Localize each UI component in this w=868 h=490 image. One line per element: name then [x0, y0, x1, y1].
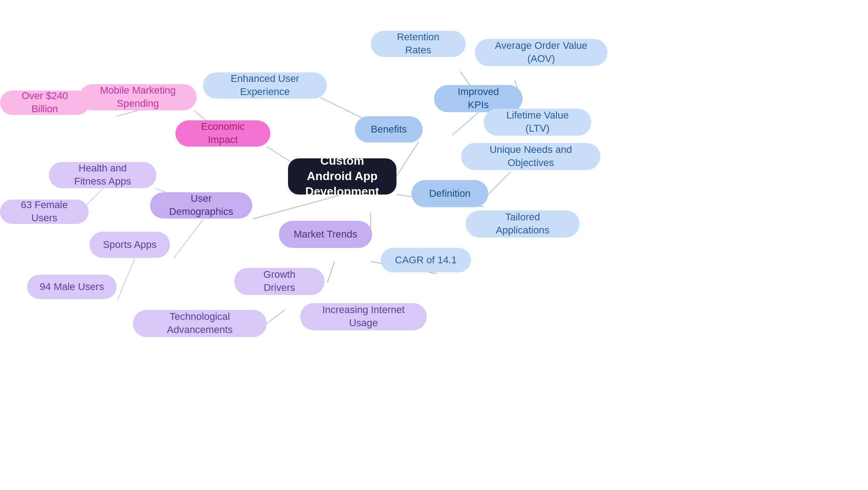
center-node: Custom Android App Development [288, 158, 396, 195]
user-demographics-node: User Demographics [150, 192, 252, 219]
svg-line-11 [327, 262, 335, 283]
ltv-node: Lifetime Value (LTV) [484, 109, 591, 136]
svg-line-10 [118, 258, 135, 300]
svg-line-6 [117, 110, 138, 116]
economic-impact-node: Economic Impact [175, 120, 270, 147]
male-users-node: 94 Male Users [27, 275, 117, 299]
cagr-node: CAGR of 14.1 [381, 248, 471, 272]
internet-usage-node: Increasing Internet Usage [300, 303, 427, 330]
enhanced-ux-node: Enhanced User Experience [203, 72, 327, 99]
growth-drivers-node: Growth Drivers [234, 268, 325, 295]
retention-rates-node: Retention Rates [371, 31, 466, 57]
unique-needs-node: Unique Needs and Objectives [461, 143, 600, 170]
tech-advancements-node: Technological Advancements [133, 310, 267, 337]
mobile-marketing-node: Mobile Marketing Spending [79, 84, 197, 110]
aov-node: Average Order Value (AOV) [475, 39, 608, 66]
health-fitness-node: Health and Fitness Apps [49, 162, 156, 188]
svg-line-16 [452, 112, 479, 135]
svg-line-9 [174, 219, 203, 258]
tailored-apps-node: Tailored Applications [466, 210, 580, 238]
over-240-node: Over $240 Billion [0, 90, 90, 115]
sports-apps-node: Sports Apps [90, 232, 170, 258]
definition-node: Definition [411, 180, 488, 207]
improved-kpis-node: Improved KPIs [434, 85, 523, 112]
svg-line-3 [396, 142, 419, 176]
female-users-node: 63 Female Users [0, 200, 89, 224]
market-trends-node: Market Trends [279, 221, 372, 248]
benefits-node: Benefits [355, 116, 423, 143]
